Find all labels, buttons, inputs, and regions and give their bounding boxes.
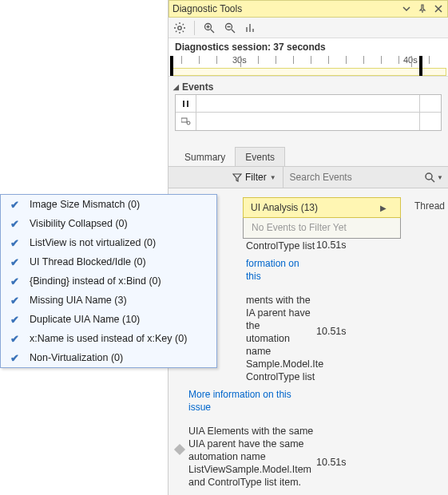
submenu-item[interactable]: ✔Image Size Mismatch (0) <box>1 195 216 214</box>
check-icon: ✔ <box>10 256 22 268</box>
svg-rect-3 <box>181 118 187 122</box>
tab-summary[interactable]: Summary <box>175 148 235 166</box>
intellitrace-icon[interactable] <box>176 113 196 130</box>
event-duration: 10.51s <box>316 240 356 252</box>
caret-down-icon: ▼ <box>270 174 276 181</box>
filter-bar: Filter ▼ ▼ <box>168 166 448 188</box>
events-section-header[interactable]: ◢ Events <box>168 77 448 94</box>
event-duration: 10.51s <box>316 425 356 489</box>
close-icon[interactable] <box>433 3 444 14</box>
title-text: Diagnostic Tools <box>172 3 396 14</box>
event-link[interactable]: More information on this issue <box>188 388 316 414</box>
tick-label-40s: 40s <box>403 55 418 65</box>
check-icon: ✔ <box>10 314 22 326</box>
ui-analysis-submenu: ✔Image Size Mismatch (0) ✔Visibility Col… <box>0 194 217 368</box>
svg-point-5 <box>426 173 432 180</box>
tick-label-30s: 30s <box>232 55 247 65</box>
submenu-item[interactable]: ✔x:Name is used instead of x:Key (0) <box>1 329 216 348</box>
check-icon: ✔ <box>10 275 22 287</box>
separator <box>194 21 195 35</box>
session-label: Diagnostics session: 37 seconds <box>168 38 448 56</box>
timeline[interactable]: 30s 40s <box>168 56 448 77</box>
submenu-item[interactable]: ✔Visibility Collapsed (0) <box>1 214 216 233</box>
check-icon: ✔ <box>10 295 22 307</box>
check-icon: ✔ <box>10 199 22 211</box>
search-input[interactable] <box>288 171 424 184</box>
pin-icon[interactable] <box>417 3 428 14</box>
dropdown-icon[interactable] <box>401 3 412 14</box>
check-icon: ✔ <box>10 218 22 230</box>
svg-point-0 <box>178 26 181 29</box>
filter-label: Filter <box>245 172 267 183</box>
menu-item-none: No Events to Filter Yet <box>244 217 400 238</box>
tab-strip: Summary Events <box>168 145 448 166</box>
pause-button[interactable] <box>176 95 196 112</box>
settings-icon[interactable] <box>173 22 186 34</box>
submenu-arrow-icon: ▶ <box>380 204 387 212</box>
search-box[interactable]: ▼ <box>283 171 448 184</box>
column-thread[interactable]: Thread <box>414 200 445 212</box>
svg-point-4 <box>187 121 190 125</box>
toolbar <box>168 18 448 38</box>
titlebar: Diagnostic Tools <box>168 0 448 18</box>
search-options-icon[interactable]: ▼ <box>437 174 443 181</box>
check-icon: ✔ <box>10 352 22 364</box>
search-icon[interactable] <box>424 172 435 183</box>
events-mini-grid <box>175 94 442 131</box>
check-icon: ✔ <box>10 333 22 345</box>
menu-item-ui-analysis[interactable]: UI Analysis (13) ▶ <box>243 197 401 218</box>
event-duration: 10.51s <box>316 294 356 383</box>
collapse-icon: ◢ <box>173 83 179 91</box>
event-description: UIA Elements with the same UIA parent ha… <box>188 425 316 489</box>
events-header-text: Events <box>182 81 213 93</box>
submenu-item[interactable]: ✔Non-Virtualization (0) <box>1 348 216 367</box>
events-content: ControlType list 10.51s formation on thi… <box>188 240 382 495</box>
filter-menu: UI Analysis (13) ▶ No Events to Filter Y… <box>243 197 401 239</box>
filter-icon <box>232 172 242 182</box>
zoom-in-icon[interactable] <box>203 22 216 34</box>
tab-events[interactable]: Events <box>235 147 285 166</box>
submenu-item[interactable]: ✔{Binding} instead of x:Bind (0) <box>1 271 216 291</box>
filter-button[interactable]: Filter ▼ <box>226 167 283 188</box>
submenu-item[interactable]: ✔Duplicate UIA Name (10) <box>1 310 216 329</box>
submenu-item[interactable]: ✔UI Thread Blocked/Idle (0) <box>1 252 216 271</box>
zoom-out-icon[interactable] <box>224 22 236 34</box>
submenu-item[interactable]: ✔ListView is not virtualized (0) <box>1 233 216 252</box>
check-icon: ✔ <box>10 237 22 249</box>
chart-icon[interactable] <box>244 22 257 34</box>
submenu-item[interactable]: ✔Missing UIA Name (3) <box>1 291 216 310</box>
